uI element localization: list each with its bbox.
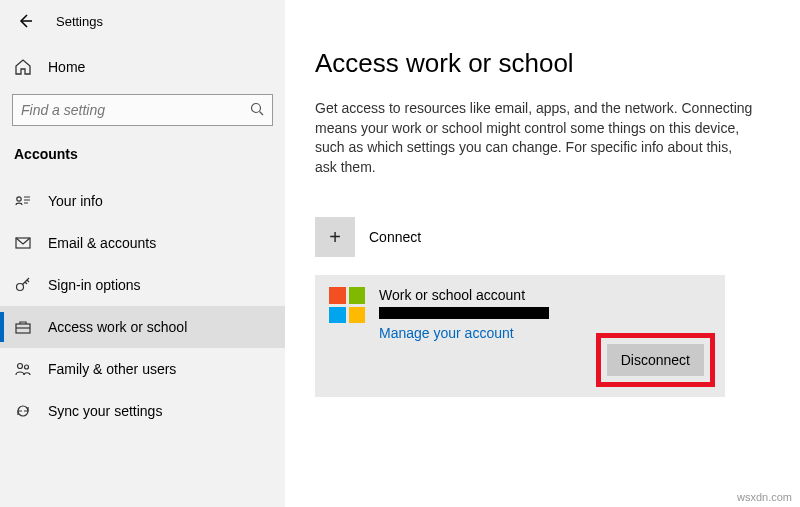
- manage-account-link[interactable]: Manage your account: [379, 325, 549, 341]
- search-input[interactable]: [21, 102, 250, 118]
- back-arrow-icon: [17, 13, 33, 29]
- search-icon: [250, 102, 264, 119]
- people-icon: [14, 360, 32, 378]
- sidebar-item-family-users[interactable]: Family & other users: [0, 348, 285, 390]
- home-icon: [14, 58, 32, 76]
- sidebar-item-signin-options[interactable]: Sign-in options: [0, 264, 285, 306]
- back-button[interactable]: [16, 12, 34, 30]
- mail-icon: [14, 234, 32, 252]
- disconnect-highlight: Disconnect: [596, 333, 715, 387]
- nav-list: Your info Email & accounts Sign-in optio…: [0, 174, 285, 432]
- sidebar-item-label: Family & other users: [48, 361, 176, 377]
- svg-point-1: [17, 197, 21, 201]
- person-card-icon: [14, 192, 32, 210]
- page-description: Get access to resources like email, apps…: [315, 99, 755, 177]
- header-row: Settings: [0, 12, 285, 48]
- home-label: Home: [48, 59, 85, 75]
- svg-point-5: [18, 364, 23, 369]
- sidebar-item-label: Your info: [48, 193, 103, 209]
- account-details: Work or school account Manage your accou…: [379, 287, 549, 341]
- home-nav[interactable]: Home: [0, 48, 285, 86]
- page-heading: Access work or school: [315, 48, 760, 79]
- disconnect-button[interactable]: Disconnect: [607, 344, 704, 376]
- microsoft-logo-icon: [329, 287, 365, 323]
- account-email-redacted: [379, 307, 549, 319]
- key-icon: [14, 276, 32, 294]
- search-box[interactable]: [12, 94, 273, 126]
- sidebar-item-label: Access work or school: [48, 319, 187, 335]
- svg-point-6: [25, 365, 29, 369]
- connect-label: Connect: [369, 229, 421, 245]
- svg-point-0: [252, 103, 261, 112]
- sidebar-item-sync-settings[interactable]: Sync your settings: [0, 390, 285, 432]
- sidebar: Settings Home Accounts Your info Email &…: [0, 0, 285, 507]
- section-label: Accounts: [0, 140, 285, 174]
- connect-button[interactable]: + Connect: [315, 213, 760, 275]
- sidebar-item-label: Sync your settings: [48, 403, 162, 419]
- account-title: Work or school account: [379, 287, 549, 303]
- app-title: Settings: [56, 14, 103, 29]
- sidebar-item-label: Email & accounts: [48, 235, 156, 251]
- main-content: Access work or school Get access to reso…: [285, 0, 800, 507]
- account-card[interactable]: Work or school account Manage your accou…: [315, 275, 725, 397]
- plus-icon: +: [315, 217, 355, 257]
- watermark: wsxdn.com: [737, 491, 792, 503]
- sync-icon: [14, 402, 32, 420]
- sidebar-item-your-info[interactable]: Your info: [0, 180, 285, 222]
- svg-point-3: [17, 284, 24, 291]
- sidebar-item-access-work-school[interactable]: Access work or school: [0, 306, 285, 348]
- sidebar-item-label: Sign-in options: [48, 277, 141, 293]
- sidebar-item-email-accounts[interactable]: Email & accounts: [0, 222, 285, 264]
- briefcase-icon: [14, 318, 32, 336]
